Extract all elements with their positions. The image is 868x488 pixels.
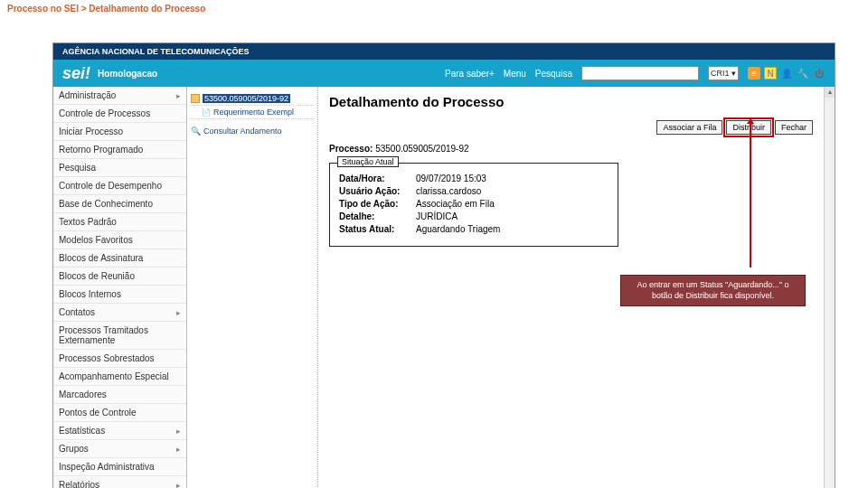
- environment-label: Homologacao: [98, 69, 157, 79]
- sidebar-item[interactable]: Controle de Desempenho: [53, 177, 186, 195]
- tree-document[interactable]: 📄 Requerimento Exempl: [191, 106, 314, 119]
- close-button[interactable]: Fechar: [775, 120, 813, 135]
- list-icon[interactable]: ≡: [748, 67, 760, 80]
- know-more-link[interactable]: Para saber+: [445, 69, 495, 79]
- sidebar-item[interactable]: Processos Sobrestados: [53, 350, 186, 368]
- sidebar-item[interactable]: Textos Padrão: [53, 213, 186, 231]
- sidebar-item[interactable]: Marcadores: [53, 386, 186, 404]
- sidebar-item[interactable]: Modelos Favoritos: [53, 231, 186, 249]
- chevron-right-icon: ▸: [176, 427, 181, 436]
- chevron-right-icon: ▸: [176, 308, 181, 317]
- slide-title: Processo no SEI > Detalhamento do Proces…: [0, 0, 868, 17]
- page-title: Detalhamento do Processo: [329, 94, 813, 109]
- scrollbar[interactable]: ▴: [824, 87, 835, 488]
- sidebar-item[interactable]: Controle de Processos: [53, 105, 186, 123]
- sidebar-item[interactable]: Base de Conhecimento: [53, 195, 186, 213]
- tree-process[interactable]: 53500.059005/2019-92: [191, 92, 314, 106]
- sidebar-item[interactable]: Pontos de Controle: [53, 404, 186, 422]
- status-row: Status Atual:Aguardando Triagem: [339, 224, 609, 234]
- user-icon[interactable]: 👤: [780, 67, 793, 80]
- status-row: Tipo de Ação:Associação em Fila: [339, 199, 609, 209]
- tree-consult[interactable]: 🔍 Consultar Andamento: [191, 125, 314, 137]
- sidebar-item[interactable]: Blocos de Reunião: [53, 267, 186, 286]
- sidebar-item[interactable]: Blocos de Assinatura: [53, 249, 186, 267]
- chevron-right-icon: ▸: [176, 445, 181, 454]
- sidebar-item[interactable]: Pesquisa: [53, 159, 186, 177]
- sidebar-item[interactable]: Administração▸: [53, 87, 186, 105]
- status-box: Situação Atual Data/Hora:09/07/2019 15:0…: [329, 163, 618, 247]
- folder-icon: [191, 94, 200, 103]
- search-input[interactable]: [581, 66, 699, 80]
- menu-link[interactable]: Menu: [504, 69, 526, 79]
- top-bar: sei! Homologacao Para saber+ Menu Pesqui…: [53, 60, 835, 87]
- sidebar-item[interactable]: Grupos▸: [53, 440, 186, 458]
- callout-arrow: [750, 123, 751, 267]
- status-legend: Situação Atual: [337, 156, 399, 167]
- callout-box: Ao entrar em um Status "Aguardando..." o…: [620, 275, 806, 306]
- associate-button[interactable]: Associar a Fila: [656, 120, 722, 135]
- sidebar: Administração▸Controle de ProcessosInici…: [53, 87, 187, 488]
- search-label: Pesquisa: [535, 69, 572, 79]
- sidebar-item[interactable]: Blocos Internos: [53, 286, 186, 304]
- action-buttons: Associar a Fila Distribuir Fechar: [329, 120, 813, 135]
- status-row: Detalhe:JURÍDICA: [339, 211, 609, 221]
- window-titlebar: AGÊNCIA NACIONAL DE TELECOMUNICAÇÕES: [53, 43, 835, 60]
- main-content: Detalhamento do Processo Associar a Fila…: [318, 87, 824, 488]
- settings-icon[interactable]: 🔧: [797, 67, 809, 80]
- sidebar-item[interactable]: Estatísticas▸: [53, 422, 186, 440]
- sidebar-item[interactable]: Retorno Programado: [53, 141, 186, 159]
- sei-logo: sei!: [62, 64, 90, 83]
- scope-select[interactable]: CRI1 ▾: [708, 66, 739, 80]
- app-window: AGÊNCIA NACIONAL DE TELECOMUNICAÇÕES sei…: [52, 42, 835, 488]
- sidebar-item[interactable]: Relatórios▸: [53, 476, 186, 488]
- chevron-right-icon: ▸: [176, 91, 181, 100]
- sidebar-item[interactable]: Acompanhamento Especial: [53, 368, 186, 386]
- status-row: Usuário Ação:clarissa.cardoso: [339, 186, 609, 196]
- sidebar-item[interactable]: Processos Tramitados Externamente: [53, 322, 186, 350]
- process-tree: 53500.059005/2019-92 📄 Requerimento Exem…: [187, 87, 318, 488]
- sidebar-item[interactable]: Iniciar Processo: [53, 123, 186, 141]
- notification-icon[interactable]: N: [764, 67, 777, 80]
- search-icon: 🔍: [191, 127, 201, 136]
- process-number-line: Processo: 53500.059005/2019-92: [329, 144, 813, 154]
- chevron-right-icon: ▸: [176, 481, 181, 489]
- status-row: Data/Hora:09/07/2019 15:03: [339, 174, 609, 183]
- scroll-up-icon[interactable]: ▴: [825, 87, 835, 98]
- exit-icon[interactable]: ⏻: [813, 67, 826, 80]
- pdf-icon: 📄: [202, 108, 211, 117]
- top-right-controls: Para saber+ Menu Pesquisa CRI1 ▾ ≡ N 👤 🔧…: [445, 66, 826, 80]
- sidebar-item[interactable]: Inspeção Administrativa: [53, 458, 186, 476]
- sidebar-item[interactable]: Contatos▸: [53, 304, 186, 322]
